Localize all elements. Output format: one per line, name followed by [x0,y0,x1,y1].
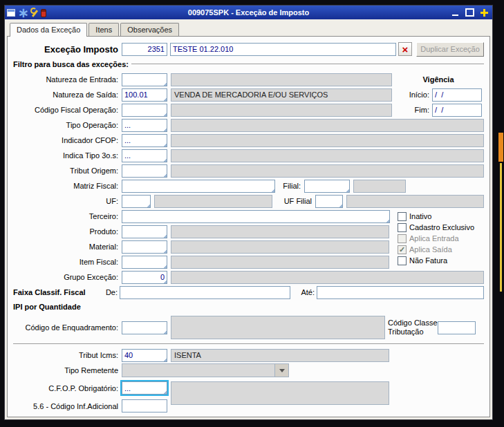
mid-fields-block: Terceiro: Produto: Material: Item Fiscal… [13,209,484,285]
tipo-remetente-row: Tipo Remetente [13,363,484,378]
uf-input[interactable] [122,195,151,208]
duplicar-excecao-button: Duplicar Exceção [416,42,484,57]
tribut-icms-display: ISENTA [171,349,389,362]
cfop-obrigatorio-label: C.F.O.P. Obrigatório: [13,384,122,392]
tribut-origem-display [171,164,484,178]
screen-frame: 009075SPK - Exceção de Imposto Dados da … [0,0,504,427]
cfop-obrigatorio-input[interactable] [122,381,167,395]
checkbox-cadastro-exclusivo[interactable]: Cadastro Exclusivo [398,222,485,233]
codigo-inf-adicional-input[interactable] [122,399,167,412]
natureza-entrada-display [171,73,392,86]
tipo-operacao-input[interactable] [122,119,167,132]
uf-filial-label: UF Filial [272,197,315,205]
cod-classe-tributacao-input[interactable] [438,321,476,334]
checkbox-aplica-entrada: Aplica Entrada [398,233,485,244]
indica-tipo-3os-display [171,149,484,162]
wrench-icon[interactable] [29,8,39,17]
tab-content-panel: Exceção Imposto Duplicar Exceção Filtro … [7,36,490,417]
cfop-obrigatorio-display [171,381,389,405]
vigencia-fim-input[interactable] [432,104,482,117]
cfop-block: C.F.O.P. Obrigatório: 5.6 - Código Inf.A… [13,380,484,414]
item-fiscal-input[interactable] [122,256,167,269]
produto-input[interactable] [122,225,167,238]
indica-tipo-3os-input[interactable] [122,149,167,162]
faixa-title: Faixa Classif. Fiscal [13,288,95,296]
material-input[interactable] [122,240,167,254]
title-bar: 009075SPK - Exceção de Imposto [5,6,492,19]
vigencia-header: Vigência [395,75,482,84]
filial-label: Filial: [275,182,304,190]
codigo-fiscal-operacao-input[interactable] [122,104,167,117]
cod-enquadramento-display [171,316,385,339]
uf-row: UF: UF Filial [13,193,484,209]
filter-section-title: Filtro para busca das exceções: [13,60,129,68]
matriz-fiscal-label: Matriz Fiscal: [13,182,122,190]
terceiro-label: Terceiro: [13,212,122,220]
checkbox-label: Cadastro Exclusivo [409,223,474,231]
codigo-fiscal-operacao-row: Código Fiscal Operação: Fim: [13,102,484,117]
excecao-code-input[interactable] [122,43,167,56]
checkbox-inativo[interactable]: Inativo [398,211,485,222]
form-window-icon[interactable] [7,9,15,17]
uf-filial-input[interactable] [315,195,343,208]
right-edge-yellow-marker [500,163,502,292]
cod-enquadramento-input[interactable] [122,321,167,334]
faixa-ate-input[interactable] [317,286,484,299]
excecao-description-input[interactable] [170,43,396,56]
ipi-row: Código de Enquadramento: Código Classe T… [13,314,484,341]
tipo-operacao-label: Tipo Operação: [13,121,122,129]
checkbox-box[interactable] [398,223,407,232]
checkbox-box [398,234,407,243]
vigencia-inicio-input[interactable] [432,88,482,102]
exception-header-row: Exceção Imposto Duplicar Exceção [13,41,484,57]
natureza-saida-input[interactable] [122,88,167,102]
checkbox-nao-fatura[interactable]: Não Fatura [398,255,485,266]
indicador-cfop-input[interactable] [122,134,167,147]
cfop-obrigatorio-row: C.F.O.P. Obrigatório: [13,380,167,396]
tribut-origem-input[interactable] [122,164,167,178]
grupo-excecao-display [171,271,484,284]
grupo-excecao-input[interactable] [122,271,167,284]
natureza-saida-row: Natureza de Saída: VENDA DE MERCADORIA E… [13,87,484,102]
ipi-section-header: IPI por Quantidade [13,301,484,312]
matriz-fiscal-input[interactable] [122,180,275,193]
checkbox-label: Aplica Entrada [409,234,459,243]
star-icon[interactable] [17,8,27,17]
faixa-de-input[interactable] [120,286,290,299]
checkbox-label: Aplica Saída [409,245,452,254]
vigencia-inicio-group: Início: [395,88,482,102]
extinguisher-icon[interactable] [41,9,46,17]
indicador-cfop-label: Indicador CFOP: [13,136,122,144]
cfop-left-column: C.F.O.P. Obrigatório: 5.6 - Código Inf.A… [13,380,167,414]
flags-checkbox-column: Inativo Cadastro Exclusivo Aplica Entrad… [398,211,485,266]
minimize-button[interactable] [449,8,461,18]
uf-display [154,195,272,208]
indica-tipo-3os-row: Indica Tipo 3o.s: [13,148,484,163]
uf-label: UF: [13,197,122,205]
tribut-icms-input[interactable] [122,349,167,362]
filter-section-header: Filtro para busca das exceções: [13,59,484,70]
uf-filial-display [346,195,484,208]
window-plus-button[interactable] [478,8,490,18]
vigencia-inicio-label: Início: [409,91,429,99]
tipo-operacao-display [171,119,484,132]
filial-display [353,180,406,193]
checkbox-box[interactable] [398,212,407,221]
cod-enquadramento-label: Código de Enquadramento: [13,323,122,332]
filial-input[interactable] [304,180,350,193]
matriz-fiscal-row: Matriz Fiscal: Filial: [13,178,484,193]
tipo-remetente-select[interactable] [122,363,289,377]
section-divider-line [131,64,484,65]
dropdown-arrow-icon[interactable] [274,364,288,377]
window-title: 009075SPK - Exceção de Imposto [5,8,492,17]
tribut-origem-label: Tribut Origem: [13,167,122,175]
checkbox-box[interactable] [398,256,407,265]
clear-exception-button[interactable] [398,42,412,56]
natureza-entrada-input[interactable] [122,73,167,86]
terceiro-input[interactable] [122,210,390,223]
tribut-origem-row: Tribut Origem: [13,163,484,178]
tab-dados-da-excecao[interactable]: Dados da Exceção [10,23,87,37]
tab-observacoes[interactable]: Observações [120,23,179,37]
maximize-button[interactable] [464,8,476,18]
tab-itens[interactable]: Itens [88,23,119,37]
